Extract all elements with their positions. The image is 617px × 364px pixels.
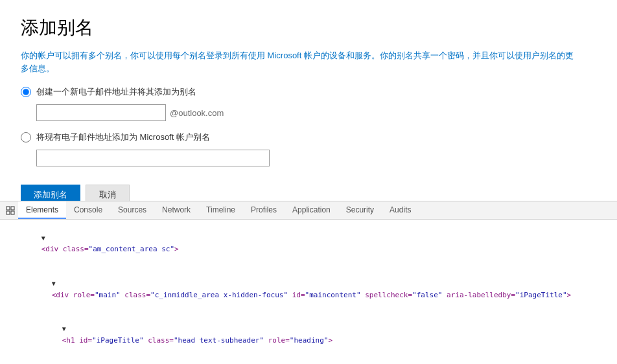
- code-line-1[interactable]: ▼ <div class="am_content_area sc">: [0, 221, 617, 266]
- tab-security[interactable]: Security: [338, 201, 382, 219]
- option2-label[interactable]: 将现有电子邮件地址添加为 Microsoft 帐户别名: [36, 131, 210, 143]
- button-row: 添加别名 取消: [21, 185, 596, 201]
- triangle-icon-3[interactable]: ▼: [62, 325, 66, 332]
- email-prefix-input[interactable]: [36, 104, 166, 121]
- tab-sources[interactable]: Sources: [110, 201, 154, 219]
- svg-rect-0: [6, 207, 10, 210]
- tab-console[interactable]: Console: [66, 201, 110, 219]
- devtools-content[interactable]: ▼ <div class="am_content_area sc"> ▼ <di…: [0, 220, 617, 364]
- tab-audits[interactable]: Audits: [382, 201, 419, 219]
- option2-row: 将现有电子邮件地址添加为 Microsoft 帐户别名: [21, 131, 596, 143]
- tab-network[interactable]: Network: [154, 201, 198, 219]
- devtools-panel: Elements Console Sources Network Timelin…: [0, 201, 617, 364]
- option1-row: 创建一个新电子邮件地址并将其添加为别名: [21, 86, 596, 98]
- option2-input-row: [21, 150, 596, 179]
- tab-elements[interactable]: Elements: [18, 201, 66, 219]
- tab-timeline[interactable]: Timeline: [198, 201, 243, 219]
- existing-email-input[interactable]: [36, 150, 270, 166]
- triangle-icon-1[interactable]: ▼: [41, 234, 45, 242]
- devtools-toolbar: Elements Console Sources Network Timelin…: [0, 201, 617, 220]
- code-line-4: 添加别名: [0, 358, 617, 364]
- triangle-icon-2[interactable]: ▼: [52, 280, 56, 287]
- tab-profiles[interactable]: Profiles: [243, 201, 285, 219]
- code-line-2[interactable]: ▼ <div role="main" class="c_inmiddle_are…: [0, 266, 617, 312]
- email-suffix: @outlook.com: [170, 108, 224, 118]
- description-link[interactable]: 你的帐户可以拥有多个别名，你可以使用每个别名登录到所有使用 Microsoft …: [21, 49, 578, 74]
- option1-radio[interactable]: [21, 87, 31, 97]
- page-title: 添加别名: [21, 16, 596, 40]
- option1-input-row: @outlook.com: [36, 104, 596, 121]
- submit-button[interactable]: 添加别名: [21, 185, 80, 201]
- main-content: 添加别名 你的帐户可以拥有多个别名，你可以使用每个别名登录到所有使用 Micro…: [0, 0, 617, 201]
- svg-rect-3: [11, 211, 14, 214]
- option2-radio[interactable]: [21, 132, 31, 142]
- code-line-3[interactable]: ▼ <h1 id="iPageTitle" class="head text-s…: [0, 312, 617, 358]
- devtools-tabs: Elements Console Sources Network Timelin…: [18, 201, 419, 219]
- cancel-button[interactable]: 取消: [86, 185, 130, 201]
- option1-label[interactable]: 创建一个新电子邮件地址并将其添加为别名: [36, 86, 196, 98]
- svg-rect-1: [11, 207, 14, 210]
- tab-application[interactable]: Application: [285, 201, 338, 219]
- svg-rect-2: [6, 211, 10, 214]
- inspect-element-button[interactable]: [3, 203, 18, 218]
